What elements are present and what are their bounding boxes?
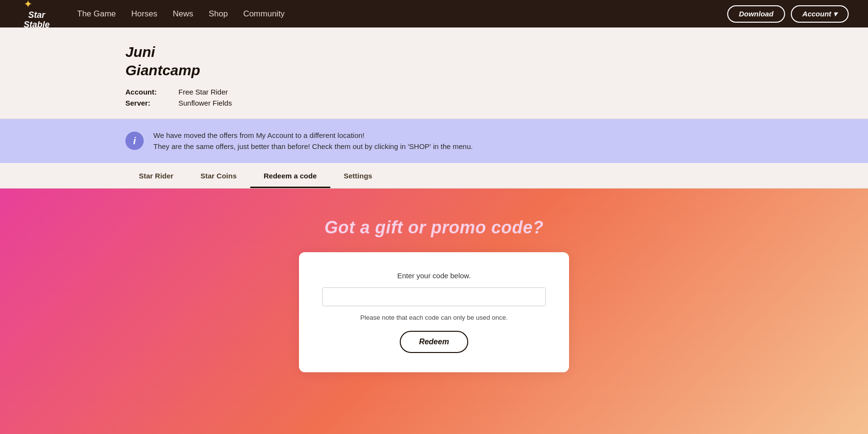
profile-name: Juni Giantcamp [125,43,743,79]
info-banner-text: We have moved the offers from My Account… [153,130,473,152]
profile-account-value: Free Star Rider [178,88,228,96]
profile-server-value: Sunflower Fields [178,99,232,107]
redeem-instruction: Enter your code below. [397,271,471,280]
nav-links: The Game Horses News Shop Community [77,9,712,19]
profile-section: Juni Giantcamp Account: Free Star Rider … [0,27,868,119]
tabs-bar: Star Rider Star Coins Redeem a code Sett… [0,163,868,189]
profile-account-row: Account: Free Star Rider [125,88,743,96]
nav-link-the-game[interactable]: The Game [77,9,116,19]
account-button[interactable]: Account ▾ [791,5,849,23]
info-icon: i [125,132,144,150]
tab-star-rider[interactable]: Star Rider [125,163,187,188]
logo-text: StarStable [24,11,50,30]
download-button[interactable]: Download [727,5,785,23]
tab-redeem-code[interactable]: Redeem a code [250,163,330,188]
profile-server-row: Server: Sunflower Fields [125,99,743,107]
nav-link-horses[interactable]: Horses [131,9,157,19]
logo[interactable]: ✦ StarStable [19,2,54,26]
redeem-note: Please note that each code can only be u… [360,314,508,321]
redeem-card: Enter your code below. Please note that … [299,252,569,372]
nav-link-shop[interactable]: Shop [209,9,228,19]
profile-server-label: Server: [125,99,178,107]
redeem-section: Got a gift or promo code? Enter your cod… [0,189,868,434]
profile-account-label: Account: [125,88,178,96]
nav-link-news[interactable]: News [173,9,193,19]
tab-settings[interactable]: Settings [330,163,386,188]
redeem-title: Got a gift or promo code? [325,217,543,238]
redeem-code-input[interactable] [322,287,546,306]
info-banner: i We have moved the offers from My Accou… [0,119,868,163]
nav-link-community[interactable]: Community [243,9,285,19]
logo-star-icon: ✦ [24,0,50,11]
nav-actions: Download Account ▾ [727,5,849,23]
tab-star-coins[interactable]: Star Coins [187,163,250,188]
redeem-button[interactable]: Redeem [400,331,468,353]
profile-info: Account: Free Star Rider Server: Sunflow… [125,88,743,107]
navbar: ✦ StarStable The Game Horses News Shop C… [0,0,868,27]
